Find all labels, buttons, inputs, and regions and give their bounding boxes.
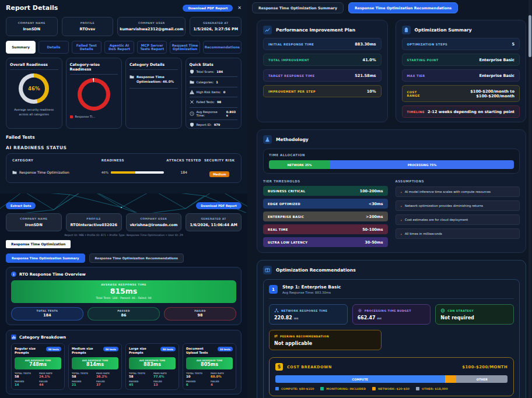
chevron-right-icon: › [401,218,402,222]
failed-stat: FAILED 98 [164,307,236,320]
download-pdf-button[interactable]: Download PDF Report [196,202,242,209]
profile-card: PROFILE RTOInteractive032026 [66,213,122,231]
extract-data-button[interactable]: Extract Data [6,202,36,209]
time-allocation-bar: NETWORK 25% PROCESSING 75% [269,160,514,169]
failed-tests-heading: Failed Tests [6,135,242,140]
cost-legend: COMPUTE: $80-$150 MONITORING: INCLUDED N… [275,387,508,390]
bar-chart-icon [11,334,16,340]
legend-dot [70,115,73,118]
chart-line-icon [263,26,272,34]
section-tab-response-time-optimization[interactable]: Response Time Optimization [6,240,71,248]
rto-overview-card: i RTO Response Time Overview AVERAGE RES… [6,267,242,325]
tier-thresholds-column: TIER THRESHOLDS BUSINESS CRITICAL100-200… [263,179,388,247]
summary-row-steps: OPTIMIZATION STEPS5 [402,38,520,50]
ai-readiness-table: CATEGORY READINESS ATTACKS TESTED SECURI… [6,153,242,183]
legend-swatch-compute [275,387,279,390]
flask-icon [263,135,272,144]
assumption-item: ›AI model inference time scales with com… [396,186,520,197]
step-number-badge: 1 [269,285,278,294]
report-details-modal: Report Details Download PDF Report ✕ COM… [0,0,247,193]
company-user-card: COMPANY USER vkrishna@ironsdn.com [126,213,182,231]
folder-icon [190,80,194,84]
cost-breakdown-bar: COMPUTE OTHER [275,375,508,383]
optimization-summary-card: Optimization Summary OPTIMIZATION STEPS5… [396,20,527,122]
threshold-enterprise-basic: ENTERPRISE BASIC>200ms [263,212,388,221]
summary-row-timeline: TIMELINE2-12 weeks depending on starting… [402,105,520,118]
tests-badge: 10 tests [218,347,233,351]
performance-improvement-plan-card: Performance Improvement Plan INITIAL RES… [257,20,388,122]
tab-request-time-optimization[interactable]: Request Time Optimization [170,41,200,54]
company-name-card: COMPANY NAME IronSDN [6,17,58,36]
overall-readiness-donut: 46% [19,73,49,104]
overall-readiness-card: Overall Readiness 46% Average security r… [6,58,62,129]
assumption-item: ›Cost estimates are for cloud deployment [396,214,520,225]
tab-details[interactable]: Details [38,41,68,54]
reco-tabs: Response Time Optimization Summary Respo… [252,2,532,13]
globe-icon [440,308,445,313]
folder-icon [130,75,134,79]
tests-badge: 58 tests [46,347,61,351]
plan-row-initial: INITIAL RESPONSE TIME883.30ms [263,38,382,50]
tab-mcp-server-tests-report[interactable]: MCP Server Tests Report [137,41,167,54]
dashboard-root: Report Details Download PDF Report ✕ COM… [0,0,532,398]
summary-row-start: STARTING POINTEnterprise Basic [402,54,520,66]
chevron-right-icon: › [401,232,402,236]
folder-icon [12,170,17,175]
scrollbar[interactable] [528,0,531,398]
generated-at-card: GENERATED AT 1/6/2026, 11:06:44 AM [186,213,242,231]
legend-swatch-monitoring [320,387,324,390]
breakdown-card-medium: Medium size Prompts58 tests AVG RESPONSE… [68,343,122,390]
close-icon[interactable]: ✕ [237,5,242,10]
tests-badge: 58 tests [160,347,176,351]
quick-stats-card: Quick Stats Total Scans:184 Categories:1… [186,58,242,129]
modal-title: Report Details [6,4,58,12]
tab-recommendations[interactable]: Recommendations [203,41,242,54]
scrollbar-thumb[interactable] [528,15,531,57]
processing-time-budget-card: PROCESSING TIME BUDGET 662.47 ms [352,304,431,325]
tab-summary[interactable]: Summary [6,41,36,54]
legend-swatch-network [372,387,376,390]
security-risk-badge: Medium [209,171,229,177]
chevron-right-icon: › [401,190,402,194]
cost-range-value: $100-$200/MONTH [462,365,508,369]
tab-optimization-summary[interactable]: Response Time Optimization Summary [252,2,344,13]
methodology-card: Methodology TIME ALLOCATION NETWORK 25% … [257,129,526,253]
tab-failed-test-details[interactable]: Failed Test Details [72,41,102,54]
table-icon [263,266,272,274]
breakdown-card-regular: Regular size Prompts58 tests AVG RESPONS… [11,343,65,390]
modal-info-cards: COMPANY NAME IronSDN PROFILE RTOvsv COMP… [6,17,242,36]
subtab-recommendations[interactable]: Response Time Optimization Recommendatio… [89,253,184,263]
time-allocation-box: TIME ALLOCATION NETWORK 25% PROCESSING 7… [263,149,520,174]
tab-agentic-ai-dos-report[interactable]: Agentic AI DoS Report [104,41,134,54]
warning-icon [190,90,194,94]
cdn-strategy-card: CDN STRATEGY Not required [435,304,514,325]
tab-optimization-recommendations[interactable]: Response Time Optimization Recommendatio… [348,2,458,13]
network-response-time-card: NETWORK RESPONSE TIME 220.82 ms [269,304,348,325]
chevron-right-icon: › [401,204,402,208]
plan-row-step: IMPROVEMENT PER STEP10% [263,85,382,97]
avg-response-banner: AVERAGE RESPONSE TIME 815ms Total Tests:… [11,280,236,303]
passed-stat: PASSED 86 [88,307,160,320]
readiness-progress-bar [111,171,164,174]
threshold-business-critical: BUSINESS CRITICAL100-200ms [263,186,388,196]
report-meta-line: Report ID: 986 • Profile ID: 871 • Profi… [0,234,247,237]
breakdown-card-document: Document Upload Tests10 tests AVG RESPON… [183,343,236,390]
clock-icon [190,111,194,116]
category-breakdown-card: Category Breakdown Regular size Prompts5… [6,330,242,395]
subtab-summary[interactable]: Response Time Optimization Summary [6,253,85,263]
total-tests-stat: TOTAL TESTS 184 [11,307,83,320]
threshold-ultra-low-latency: ULTRA LOW LATENCY30-50ms [263,237,388,247]
tests-badge: 58 tests [103,347,118,351]
breakdown-card-large: Large size Prompts58 tests AVG RESPONSE … [125,343,179,390]
company-user-card: COMPANY USER kumarvishwa2312@gmail.com [117,17,186,36]
shield-icon [190,69,194,74]
assumption-item: ›All times in milliseconds [396,228,520,239]
table-row[interactable]: Response Time Optimization 46% 184 Mediu… [12,167,235,178]
failed-icon [190,100,194,104]
peering-icon: ⇄ [274,334,278,339]
categorywise-readiness-card: Category-wise Readiness Response Ti... [66,58,123,129]
report-icon [190,122,194,127]
download-pdf-button[interactable]: Download PDF Report [183,5,233,12]
assumptions-column: ASSUMPTIONS ›AI model inference time sca… [396,179,520,247]
page-info-cards: COMPANY NAME IronSDN PROFILE RTOInteract… [6,213,242,231]
